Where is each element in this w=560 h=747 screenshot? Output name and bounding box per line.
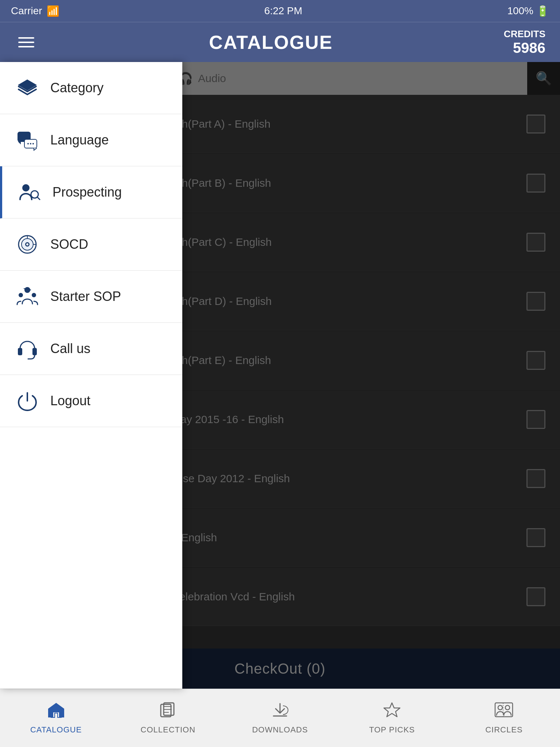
svg-point-26: [498, 705, 502, 710]
downloads-nav-icon: [271, 701, 289, 722]
catalogue-nav-icon: [47, 701, 66, 722]
svg-point-5: [32, 143, 34, 144]
status-time: 6:22 PM: [264, 5, 302, 17]
people-search-icon: [17, 179, 42, 205]
status-left: Carrier 📶: [11, 5, 59, 17]
credits-value: 5986: [504, 40, 545, 56]
disc-icon: [15, 232, 40, 257]
layers-icon: [15, 75, 40, 101]
sidebar-prospecting-label: Prospecting: [52, 185, 122, 200]
sidebar-item-language[interactable]: Language: [0, 114, 182, 166]
sidebar-item-logout[interactable]: Logout: [0, 375, 182, 427]
svg-rect-16: [18, 348, 22, 355]
sidebar-language-label: Language: [50, 132, 109, 148]
sidebar-starter-sop-label: Starter SOP: [50, 289, 121, 304]
battery-label: 100%: [507, 5, 533, 17]
sidebar-category-label: Category: [50, 80, 104, 96]
svg-rect-17: [32, 348, 37, 355]
svg-point-6: [22, 184, 30, 191]
nav-item-collection[interactable]: COLLECTION: [112, 689, 224, 747]
circles-nav-label: CIRCLES: [485, 725, 522, 735]
sidebar-call-us-label: Call us: [50, 341, 90, 356]
catalogue-nav-label: CATALOGUE: [30, 725, 82, 735]
hamburger-line-3: [18, 46, 34, 47]
hamburger-line-2: [18, 42, 34, 43]
main-area: eo 🎧 Audio 🔍 mond Pearls English(Part A)…: [0, 62, 560, 689]
svg-point-3: [27, 143, 29, 144]
svg-point-14: [19, 293, 23, 297]
sidebar: Category Language: [0, 62, 182, 689]
svg-point-4: [30, 143, 31, 144]
sidebar-item-call-us[interactable]: Call us: [0, 323, 182, 375]
bottom-nav: CATALOGUE COLLECTION DOWNLOADS: [0, 689, 560, 747]
svg-point-27: [505, 705, 510, 710]
carrier-label: Carrier: [11, 5, 42, 17]
sidebar-item-socd[interactable]: SOCD: [0, 218, 182, 271]
nav-item-top-picks[interactable]: TOP PICKS: [336, 689, 448, 747]
credits-block: CREDITS 5986: [504, 28, 545, 56]
svg-point-12: [26, 243, 28, 245]
svg-marker-24: [384, 703, 400, 717]
hamburger-line-1: [18, 37, 34, 39]
headset-icon: [15, 336, 40, 361]
team-icon: [15, 284, 40, 309]
app-header: CATALOGUE CREDITS 5986: [0, 22, 560, 62]
sidebar-item-category[interactable]: Category: [0, 62, 182, 114]
sidebar-item-prospecting[interactable]: Prospecting: [0, 166, 182, 218]
top-picks-nav-label: TOP PICKS: [369, 725, 415, 735]
sidebar-socd-label: SOCD: [50, 237, 88, 252]
page-title: CATALOGUE: [209, 31, 333, 53]
circles-nav-icon: [494, 701, 513, 722]
sidebar-item-starter-sop[interactable]: Starter SOP: [0, 271, 182, 323]
nav-item-downloads[interactable]: DOWNLOADS: [224, 689, 336, 747]
nav-item-circles[interactable]: CIRCLES: [448, 689, 560, 747]
downloads-nav-label: DOWNLOADS: [252, 725, 308, 735]
chat-icon: [15, 127, 40, 153]
collection-nav-icon: [159, 701, 178, 722]
power-icon: [15, 388, 40, 414]
credits-label: CREDITS: [504, 28, 545, 40]
collection-nav-label: COLLECTION: [141, 725, 196, 735]
svg-point-15: [32, 293, 36, 297]
battery-icon: 🔋: [536, 5, 549, 17]
nav-item-catalogue[interactable]: CATALOGUE: [0, 689, 112, 747]
wifi-icon: 📶: [47, 5, 59, 17]
status-right: 100% 🔋: [507, 5, 549, 17]
svg-line-8: [37, 197, 40, 200]
sidebar-logout-label: Logout: [50, 393, 90, 409]
star-nav-icon: [382, 701, 401, 722]
menu-button[interactable]: [15, 34, 38, 51]
status-bar: Carrier 📶 6:22 PM 100% 🔋: [0, 0, 560, 22]
